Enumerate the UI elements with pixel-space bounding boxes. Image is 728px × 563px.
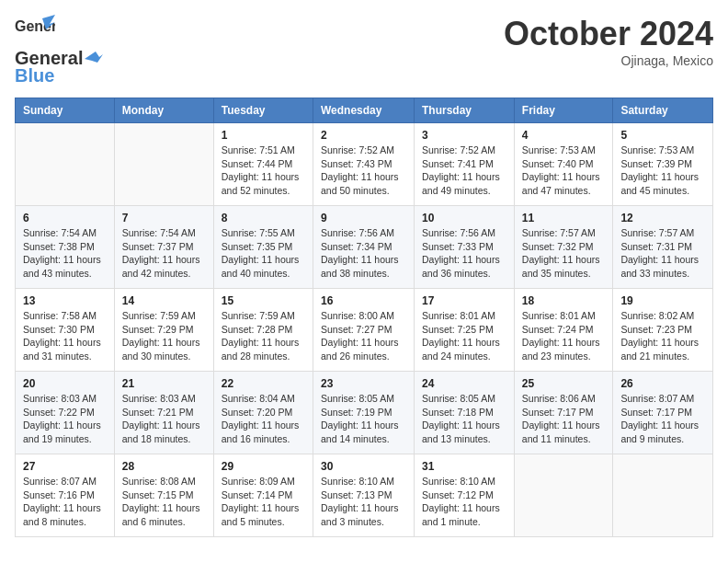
day-number: 25: [522, 377, 606, 390]
day-number: 16: [321, 294, 406, 307]
day-number: 23: [321, 377, 406, 390]
day-number: 1: [222, 129, 305, 142]
day-info: Sunrise: 8:01 AMSunset: 7:25 PMDaylight:…: [422, 309, 506, 363]
logo-icon: General: [15, 15, 55, 48]
day-info: Sunrise: 8:02 AMSunset: 7:23 PMDaylight:…: [620, 309, 705, 363]
day-number: 29: [222, 460, 305, 473]
day-number: 22: [222, 377, 305, 390]
weekday-header-friday: Friday: [514, 98, 613, 123]
day-info: Sunrise: 8:00 AMSunset: 7:27 PMDaylight:…: [321, 309, 406, 363]
weekday-header-tuesday: Tuesday: [213, 98, 313, 123]
day-number: 28: [122, 460, 206, 473]
day-info: Sunrise: 7:59 AMSunset: 7:29 PMDaylight:…: [122, 309, 206, 363]
day-info: Sunrise: 7:54 AMSunset: 7:38 PMDaylight:…: [23, 226, 107, 281]
calendar-cell: 22Sunrise: 8:04 AMSunset: 7:20 PMDayligh…: [213, 372, 313, 454]
day-info: Sunrise: 8:07 AMSunset: 7:17 PMDaylight:…: [620, 392, 705, 446]
calendar-cell: 9Sunrise: 7:56 AMSunset: 7:34 PMDaylight…: [313, 206, 414, 289]
month-title: October 2024: [504, 15, 713, 53]
day-number: 9: [321, 212, 406, 224]
day-info: Sunrise: 8:06 AMSunset: 7:17 PMDaylight:…: [522, 392, 606, 446]
calendar-cell: [613, 454, 713, 537]
day-info: Sunrise: 7:56 AMSunset: 7:33 PMDaylight:…: [422, 226, 506, 281]
day-info: Sunrise: 7:53 AMSunset: 7:40 PMDaylight:…: [522, 144, 606, 198]
logo-bird-icon: [85, 52, 103, 64]
calendar-cell: 2Sunrise: 7:52 AMSunset: 7:43 PMDaylight…: [313, 123, 414, 206]
calendar-cell: 25Sunrise: 8:06 AMSunset: 7:17 PMDayligh…: [514, 372, 613, 454]
day-info: Sunrise: 7:52 AMSunset: 7:41 PMDaylight:…: [422, 144, 506, 198]
day-info: Sunrise: 8:05 AMSunset: 7:19 PMDaylight:…: [321, 392, 406, 446]
day-number: 14: [122, 294, 206, 307]
logo: General General Blue: [15, 15, 103, 86]
day-number: 17: [422, 294, 506, 307]
logo-blue: Blue: [15, 65, 54, 86]
day-info: Sunrise: 7:52 AMSunset: 7:43 PMDaylight:…: [321, 144, 406, 198]
calendar-week-1: 1Sunrise: 7:51 AMSunset: 7:44 PMDaylight…: [16, 123, 713, 206]
title-block: October 2024 Ojinaga, Mexico: [504, 15, 713, 68]
calendar-week-3: 13Sunrise: 7:58 AMSunset: 7:30 PMDayligh…: [16, 289, 713, 372]
calendar-cell: [114, 123, 213, 206]
calendar-cell: 26Sunrise: 8:07 AMSunset: 7:17 PMDayligh…: [613, 372, 713, 454]
calendar-cell: 30Sunrise: 8:10 AMSunset: 7:13 PMDayligh…: [313, 454, 414, 537]
calendar-cell: 23Sunrise: 8:05 AMSunset: 7:19 PMDayligh…: [313, 372, 414, 454]
calendar-cell: 11Sunrise: 7:57 AMSunset: 7:32 PMDayligh…: [514, 206, 613, 289]
calendar-cell: 3Sunrise: 7:52 AMSunset: 7:41 PMDaylight…: [415, 123, 515, 206]
calendar-cell: 8Sunrise: 7:55 AMSunset: 7:35 PMDaylight…: [213, 206, 313, 289]
calendar-cell: 7Sunrise: 7:54 AMSunset: 7:37 PMDaylight…: [114, 206, 213, 289]
day-number: 5: [620, 129, 705, 142]
calendar-cell: 10Sunrise: 7:56 AMSunset: 7:33 PMDayligh…: [415, 206, 515, 289]
day-info: Sunrise: 8:04 AMSunset: 7:20 PMDaylight:…: [222, 392, 305, 446]
day-info: Sunrise: 8:07 AMSunset: 7:16 PMDaylight:…: [23, 475, 107, 529]
day-info: Sunrise: 8:03 AMSunset: 7:22 PMDaylight:…: [23, 392, 107, 446]
day-info: Sunrise: 7:56 AMSunset: 7:34 PMDaylight:…: [321, 226, 406, 281]
page-header: General General Blue October 2024 Ojinag…: [15, 15, 713, 86]
day-info: Sunrise: 7:53 AMSunset: 7:39 PMDaylight:…: [620, 144, 705, 198]
day-number: 15: [222, 294, 305, 307]
day-number: 12: [620, 212, 705, 224]
calendar-cell: 14Sunrise: 7:59 AMSunset: 7:29 PMDayligh…: [114, 289, 213, 372]
day-info: Sunrise: 8:10 AMSunset: 7:13 PMDaylight:…: [321, 475, 406, 529]
calendar-cell: 27Sunrise: 8:07 AMSunset: 7:16 PMDayligh…: [16, 454, 115, 537]
day-number: 24: [422, 377, 506, 390]
calendar-cell: 21Sunrise: 8:03 AMSunset: 7:21 PMDayligh…: [114, 372, 213, 454]
day-number: 30: [321, 460, 406, 473]
day-number: 3: [422, 129, 506, 142]
calendar-week-2: 6Sunrise: 7:54 AMSunset: 7:38 PMDaylight…: [16, 206, 713, 289]
day-number: 19: [620, 294, 705, 307]
calendar-cell: 4Sunrise: 7:53 AMSunset: 7:40 PMDaylight…: [514, 123, 613, 206]
day-number: 20: [23, 377, 107, 390]
calendar-week-5: 27Sunrise: 8:07 AMSunset: 7:16 PMDayligh…: [16, 454, 713, 537]
day-info: Sunrise: 7:59 AMSunset: 7:28 PMDaylight:…: [222, 309, 305, 363]
day-number: 26: [620, 377, 705, 390]
calendar-cell: 19Sunrise: 8:02 AMSunset: 7:23 PMDayligh…: [613, 289, 713, 372]
day-info: Sunrise: 7:54 AMSunset: 7:37 PMDaylight:…: [122, 226, 206, 281]
weekday-header-sunday: Sunday: [16, 98, 115, 123]
calendar-table: SundayMondayTuesdayWednesdayThursdayFrid…: [15, 98, 713, 537]
calendar-cell: 13Sunrise: 7:58 AMSunset: 7:30 PMDayligh…: [16, 289, 115, 372]
day-info: Sunrise: 8:05 AMSunset: 7:18 PMDaylight:…: [422, 392, 506, 446]
day-number: 21: [122, 377, 206, 390]
svg-marker-2: [85, 52, 103, 63]
day-number: 8: [222, 212, 305, 224]
day-number: 13: [23, 294, 107, 307]
day-number: 4: [522, 129, 606, 142]
day-number: 11: [522, 212, 606, 224]
weekday-header-saturday: Saturday: [613, 98, 713, 123]
calendar-cell: 15Sunrise: 7:59 AMSunset: 7:28 PMDayligh…: [213, 289, 313, 372]
calendar-week-4: 20Sunrise: 8:03 AMSunset: 7:22 PMDayligh…: [16, 372, 713, 454]
calendar-cell: 18Sunrise: 8:01 AMSunset: 7:24 PMDayligh…: [514, 289, 613, 372]
day-info: Sunrise: 7:57 AMSunset: 7:32 PMDaylight:…: [522, 226, 606, 281]
weekday-header-monday: Monday: [114, 98, 213, 123]
day-number: 10: [422, 212, 506, 224]
day-number: 27: [23, 460, 107, 473]
calendar-cell: 17Sunrise: 8:01 AMSunset: 7:25 PMDayligh…: [415, 289, 515, 372]
location: Ojinaga, Mexico: [504, 53, 713, 68]
day-number: 7: [122, 212, 206, 224]
day-number: 2: [321, 129, 406, 142]
weekday-header-wednesday: Wednesday: [313, 98, 414, 123]
day-info: Sunrise: 8:10 AMSunset: 7:12 PMDaylight:…: [422, 475, 506, 529]
day-info: Sunrise: 8:08 AMSunset: 7:15 PMDaylight:…: [122, 475, 206, 529]
day-info: Sunrise: 8:01 AMSunset: 7:24 PMDaylight:…: [522, 309, 606, 363]
day-info: Sunrise: 7:58 AMSunset: 7:30 PMDaylight:…: [23, 309, 107, 363]
calendar-cell: 5Sunrise: 7:53 AMSunset: 7:39 PMDaylight…: [613, 123, 713, 206]
day-info: Sunrise: 8:03 AMSunset: 7:21 PMDaylight:…: [122, 392, 206, 446]
